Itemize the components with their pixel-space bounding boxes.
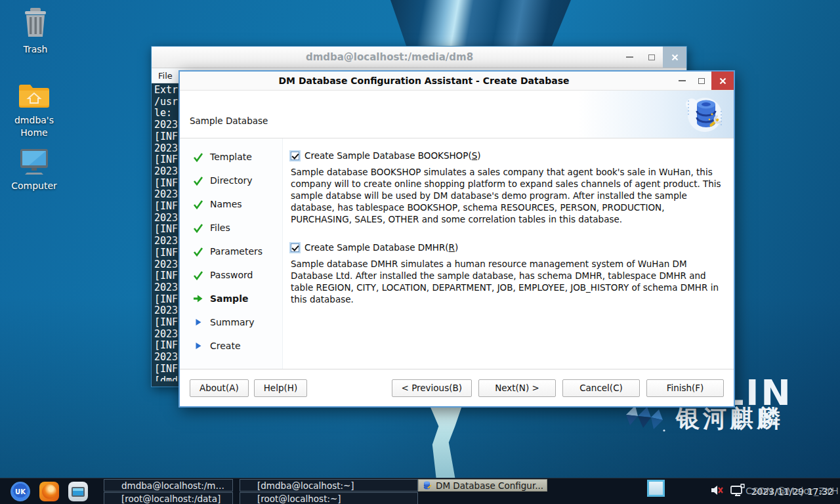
step-label: Sample [210, 293, 248, 304]
taskbar-task[interactable]: [dmdba@localhost:~] [240, 479, 418, 492]
task-app-icon [422, 480, 432, 490]
task-label: [dmdba@localhost:~] [257, 480, 354, 491]
step-state-icon [193, 199, 203, 209]
step-state-icon [193, 152, 203, 162]
task-label: [root@localhost:/data] [121, 494, 220, 504]
wizard-step: Parameters [180, 240, 282, 263]
desktop-icon-trash[interactable]: Trash [5, 7, 66, 56]
dialog-button[interactable]: About(A) [190, 379, 249, 397]
kylin-brand-chinese: 银河麒麟 [676, 407, 784, 430]
task-label: [root@localhost:~] [257, 494, 341, 504]
step-label: Password [210, 270, 253, 280]
terminal-close-button[interactable] [663, 47, 686, 68]
terminal-titlebar[interactable]: dmdba@localhost:/media/dm8 [152, 47, 686, 68]
network-icon[interactable] [730, 484, 746, 499]
terminal-menu-file[interactable]: File [158, 71, 173, 81]
kylin-logo-icon [621, 403, 668, 436]
step-state-icon [193, 317, 203, 327]
bookshop-checkbox-label: Create Sample Database BOOKSHOP(S) [304, 150, 481, 161]
file-manager-launcher-icon[interactable] [68, 482, 88, 501]
task-row-1: dmdba@localhost:/me... [dmdba@localhost:… [100, 479, 547, 492]
taskbar-task[interactable]: [root@localhost:~] [240, 492, 418, 504]
wizard-step: Files [180, 216, 282, 240]
taskbar-task[interactable]: DM Database Configur... [418, 479, 547, 492]
dialog-button[interactable]: Next(N) > [478, 379, 556, 397]
dmhr-description: Sample database DMHR simulates a human r… [291, 258, 723, 305]
step-state-icon [193, 175, 203, 186]
show-desktop-button[interactable] [647, 480, 665, 497]
taskbar-task[interactable]: dmdba@localhost:/me... [104, 479, 233, 492]
step-label: Summary [210, 317, 255, 327]
step-label: Directory [210, 175, 253, 186]
terminal-window-title: dmdba@localhost:/media/dm8 [152, 51, 627, 63]
step-label: Template [210, 152, 252, 162]
desktop-icon-home[interactable]: dmdba's Home [4, 81, 64, 139]
wizard-step: Template [180, 145, 282, 169]
iceberg-underwater-image [413, 404, 476, 478]
desktop: KYLIN 银河麒麟 Trash dmdba's Home [0, 0, 840, 504]
dialog-page-header: Sample Database [180, 91, 734, 138]
wizard-steps: Template Directory [180, 138, 283, 369]
dmhr-checkbox-label: Create Sample Database DMHR(R) [304, 242, 458, 253]
dialog-close-button[interactable] [711, 72, 734, 90]
iceberg-image [390, 0, 571, 52]
dialog-button[interactable]: Cancel(C) [562, 379, 640, 397]
clock[interactable]: 2023/11/29 17:32 [751, 486, 834, 497]
step-label: Names [210, 199, 242, 209]
step-label: Parameters [210, 246, 262, 257]
database-config-icon [680, 95, 726, 136]
step-state-icon [193, 246, 203, 257]
volume-muted-icon[interactable] [710, 484, 724, 499]
dialog-maximize-button[interactable] [692, 72, 711, 90]
firefox-launcher-icon[interactable] [39, 482, 59, 501]
ukui-menu-button[interactable]: UK [10, 482, 30, 501]
dialog-titlebar[interactable]: DM Database Configuration Assistant - Cr… [180, 72, 734, 91]
terminal-minimize-button[interactable] [618, 47, 640, 68]
step-state-icon [193, 341, 203, 351]
task-label: dmdba@localhost:/me... [121, 480, 229, 491]
step-state-icon [193, 270, 203, 280]
computer-monitor-icon [18, 147, 51, 178]
step-label: Create [210, 341, 241, 351]
bookshop-checkbox[interactable] [291, 152, 299, 160]
system-tray: 2023/11/29 17:32 [710, 478, 834, 504]
wizard-step: Directory [180, 169, 282, 192]
dialog-minimize-button[interactable] [672, 72, 692, 90]
wizard-step: Names [180, 192, 282, 216]
dbca-icon [422, 480, 432, 490]
home-folder-icon [16, 81, 52, 112]
dialog-button[interactable]: Finish(F) [646, 379, 724, 397]
wizard-step: Password [180, 263, 282, 287]
task-label: DM Database Configur... [436, 480, 543, 491]
taskbar: UK dmdba@localhost:/me... [0, 478, 840, 504]
desktop-icon-label: dmdba's Home [4, 114, 64, 139]
desktop-icon-label: Computer [11, 180, 57, 192]
dialog-footer: About(A)Help(H) < Previous(B)Next(N) >Ca… [180, 369, 734, 406]
desktop-icon-label: Trash [24, 43, 48, 56]
step-label: Files [210, 222, 230, 233]
dbca-dialog: DM Database Configuration Assistant - Cr… [178, 70, 735, 408]
footer-left-buttons: About(A)Help(H) [190, 379, 312, 397]
wizard-step: Sample [180, 287, 282, 310]
terminal-maximize-button[interactable] [640, 47, 663, 68]
taskbar-task[interactable]: [root@localhost:/data] [104, 492, 233, 504]
trash-icon [21, 7, 50, 41]
task-row-2: [root@localhost:/data] [root@localhost:~… [100, 492, 547, 504]
desktop-icon-computer[interactable]: Computer [4, 147, 64, 192]
dialog-button[interactable]: < Previous(B) [392, 379, 472, 397]
dmhr-checkbox[interactable] [291, 243, 299, 252]
sample-database-panel: Create Sample Database BOOKSHOP(S) Sampl… [283, 138, 734, 369]
wizard-step: Create [180, 334, 282, 358]
step-state-icon [193, 222, 203, 233]
step-state-icon [193, 293, 203, 304]
wizard-step: Summary [180, 310, 282, 334]
dialog-button[interactable]: Help(H) [254, 379, 307, 397]
bookshop-description: Sample database BOOKSHOP simulates a sal… [291, 166, 723, 225]
dialog-title: DM Database Configuration Assistant - Cr… [180, 75, 668, 86]
page-title: Sample Database [190, 116, 268, 126]
footer-right-buttons: < Previous(B)Next(N) >Cancel(C)Finish(F) [385, 379, 724, 397]
